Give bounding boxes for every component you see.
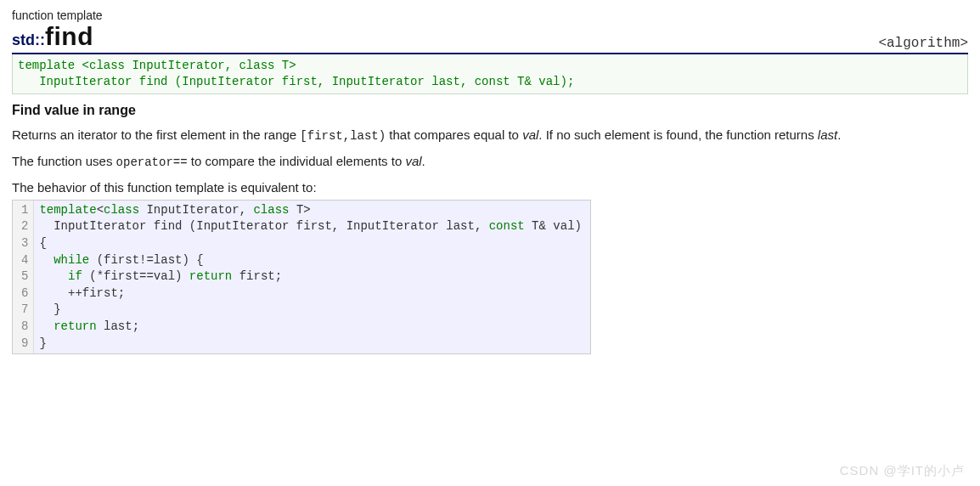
last-var: last (818, 127, 837, 142)
paragraph-1: Returns an iterator to the first element… (12, 127, 968, 144)
code-line-4: while (first!=last) { (39, 253, 203, 267)
code-line-9: } (39, 336, 46, 350)
val-var: val (522, 127, 538, 142)
line-gutter: 1 2 3 4 5 6 7 8 9 (13, 201, 34, 353)
namespace: std:: (12, 31, 45, 48)
val-var-2: val (405, 154, 421, 168)
code-line-6: ++first; (39, 286, 125, 300)
code-line-2: InputIterator find (InputIterator first,… (39, 219, 582, 233)
paragraph-2: The function uses operator== to compare … (12, 153, 968, 171)
section-title: Find value in range (12, 103, 968, 118)
paragraph-3: The behavior of this function template i… (12, 179, 968, 196)
code-example: 1 2 3 4 5 6 7 8 9 template<class InputIt… (12, 200, 591, 354)
code-line-3: { (39, 236, 46, 250)
code-line-1: template<class InputIterator, class T> (39, 203, 310, 217)
header-library: <algorithm> (878, 36, 968, 51)
title: std::find (12, 22, 93, 51)
title-row: std::find <algorithm> (12, 22, 968, 54)
function-name: find (45, 22, 93, 50)
range-code: [first,last) (300, 129, 386, 143)
signature-box: template <class InputIterator, class T> … (12, 54, 968, 94)
code-line-5: if (*first==val) return first; (39, 269, 282, 283)
code-body: template<class InputIterator, class T> I… (34, 201, 590, 353)
subtitle: function template (12, 8, 968, 22)
code-line-8: return last; (39, 319, 139, 333)
sig-line2: InputIterator find (InputIterator first,… (18, 75, 574, 88)
sig-line1: template <class InputIterator, class T> (18, 59, 296, 72)
code-line-7: } (39, 302, 60, 316)
page-header: function template std::find <algorithm> (12, 8, 968, 54)
operator-code: operator== (116, 155, 188, 169)
